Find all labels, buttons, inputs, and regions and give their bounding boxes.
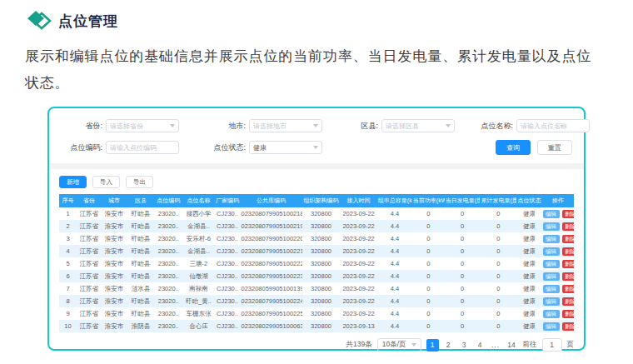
table-cell: 023208079905100222 — [240, 257, 302, 270]
column-header: 当前功率(kW) — [412, 194, 445, 207]
table-cell: CJ230.. — [215, 245, 241, 257]
edit-button[interactable]: 编辑 — [543, 222, 560, 231]
add-button[interactable]: 新增 — [59, 176, 87, 188]
table-cell: 0 — [412, 257, 445, 270]
table-cell: 合心庄 — [182, 320, 214, 332]
table-cell: 江苏省 — [77, 245, 102, 257]
table-cell: 0 — [412, 220, 445, 232]
delete-button[interactable]: 删除 — [562, 310, 574, 318]
table-cell: 健康 — [516, 220, 541, 232]
edit-button[interactable]: 编辑 — [543, 210, 560, 218]
table-cell: 淮安市 — [102, 220, 127, 232]
table-cell: 2 — [59, 220, 77, 232]
delete-button[interactable]: 删除 — [562, 297, 574, 306]
table-cell: 健康 — [516, 282, 541, 295]
table-cell: CJ230.. — [215, 320, 241, 332]
table-cell: 4.4 — [377, 245, 412, 257]
table-cell: 23020.. — [154, 320, 182, 332]
table-cell: 7 — [59, 282, 77, 295]
point-name-input[interactable] — [516, 119, 590, 132]
page-number[interactable]: 3 — [458, 339, 471, 352]
table-cell: 健康 — [516, 257, 541, 270]
table-cell: 盱眙县 — [127, 295, 155, 307]
table-cell: 4.4 — [377, 220, 412, 232]
delete-button[interactable]: 删除 — [562, 272, 574, 281]
chevron-down-icon — [170, 124, 175, 127]
page-number[interactable]: 1 — [426, 339, 439, 352]
edit-button[interactable]: 编辑 — [543, 247, 560, 256]
page-number[interactable]: 2 — [442, 339, 455, 352]
edit-button[interactable]: 编辑 — [543, 322, 560, 331]
table-cell: 0 — [480, 245, 516, 257]
operations-cell: 编辑删除 — [542, 295, 574, 307]
province-select[interactable]: 请选择省份 — [106, 119, 179, 132]
district-select[interactable]: 请选择区县 — [381, 119, 455, 132]
chevron-down-icon — [313, 124, 318, 127]
goto-label: 前往 — [523, 340, 537, 350]
goto-page-input[interactable] — [542, 338, 562, 352]
column-header: 序号 — [59, 194, 77, 207]
table-cell: 320800 — [302, 270, 341, 282]
edit-button[interactable]: 编辑 — [543, 272, 560, 281]
point-name-label: 点位名称: — [463, 121, 516, 132]
table-cell: 023208029905100063 — [240, 320, 302, 332]
table-cell: 4.4 — [377, 307, 412, 320]
page-header: 点位管理 — [0, 0, 633, 32]
table-cell: 23020.. — [154, 245, 182, 257]
table-cell: 23020.. — [154, 232, 182, 245]
reset-button[interactable]: 重置 — [537, 140, 572, 155]
column-header: 城市 — [102, 194, 127, 207]
table-cell: CJ230.. — [215, 307, 241, 320]
table-row: 9江苏省淮安市盱眙县23020..车棚东张CJ230..023208079905… — [59, 307, 574, 320]
operations-cell: 编辑删除 — [542, 282, 574, 295]
operations-cell: 编辑删除 — [542, 307, 574, 320]
chevron-down-icon — [313, 146, 318, 149]
delete-button[interactable]: 删除 — [562, 322, 574, 331]
chevron-down-icon — [411, 343, 416, 347]
table-row: 5江苏省淮安市盱眙县23020..三塘-2CJ230..023208079905… — [59, 257, 574, 270]
page-number[interactable]: 4 — [474, 339, 486, 352]
page-number[interactable]: 14 — [506, 339, 518, 352]
table-cell: 023208079905100220 — [240, 232, 302, 245]
table-cell: 10 — [59, 320, 77, 332]
table-cell: 4.4 — [377, 320, 412, 332]
table-cell: 0 — [412, 245, 445, 257]
district-filter: 区县: 请选择区县 — [333, 119, 455, 132]
delete-button[interactable]: 删除 — [562, 260, 574, 268]
table-cell: 2023-09-22 — [340, 220, 376, 232]
operations-cell: 编辑删除 — [542, 320, 574, 332]
table-row: 2江苏省淮安市盱眙县23020..金湖县..CJ230..02320807990… — [59, 220, 574, 232]
edit-button[interactable]: 编辑 — [543, 235, 560, 243]
delete-button[interactable]: 删除 — [562, 235, 574, 243]
table-row: 4江苏省淮安市盱眙县23020..金湖县..CJ230..02320807990… — [59, 245, 574, 257]
table-cell: 2023-09-22 — [340, 282, 376, 295]
delete-button[interactable]: 删除 — [562, 210, 574, 218]
edit-button[interactable]: 编辑 — [543, 297, 560, 306]
table-cell: 4.4 — [377, 232, 412, 245]
city-label: 地市: — [189, 121, 249, 132]
district-label: 区县: — [333, 121, 381, 132]
export-button[interactable]: 导出 — [126, 176, 153, 188]
edit-button[interactable]: 编辑 — [543, 310, 560, 318]
page-ellipsis: ... — [490, 339, 502, 352]
search-button[interactable]: 查询 — [496, 140, 531, 155]
table-cell: 0 — [480, 220, 516, 232]
edit-button[interactable]: 编辑 — [543, 285, 560, 293]
edit-button[interactable]: 编辑 — [543, 260, 560, 268]
delete-button[interactable]: 删除 — [562, 285, 574, 293]
point-status-select[interactable]: 健康 — [249, 141, 322, 154]
page-size-select[interactable]: 10条/页 — [377, 338, 421, 352]
delete-button[interactable]: 删除 — [562, 247, 574, 256]
city-select[interactable]: 请选择地市 — [249, 119, 322, 132]
table-cell: 0 — [480, 307, 516, 320]
import-button[interactable]: 导入 — [92, 176, 120, 188]
operations-cell: 编辑删除 — [542, 257, 574, 270]
table-cell: 健康 — [516, 295, 541, 307]
table-cell: 2023-09-22 — [340, 295, 376, 307]
table-cell: 23020.. — [154, 207, 182, 220]
table-cell: 南禄南 — [182, 282, 214, 295]
delete-button[interactable]: 删除 — [562, 222, 574, 231]
point-code-input[interactable] — [106, 141, 179, 154]
table-cell: 8 — [59, 295, 77, 307]
table-cell: CJ230.. — [215, 207, 241, 220]
